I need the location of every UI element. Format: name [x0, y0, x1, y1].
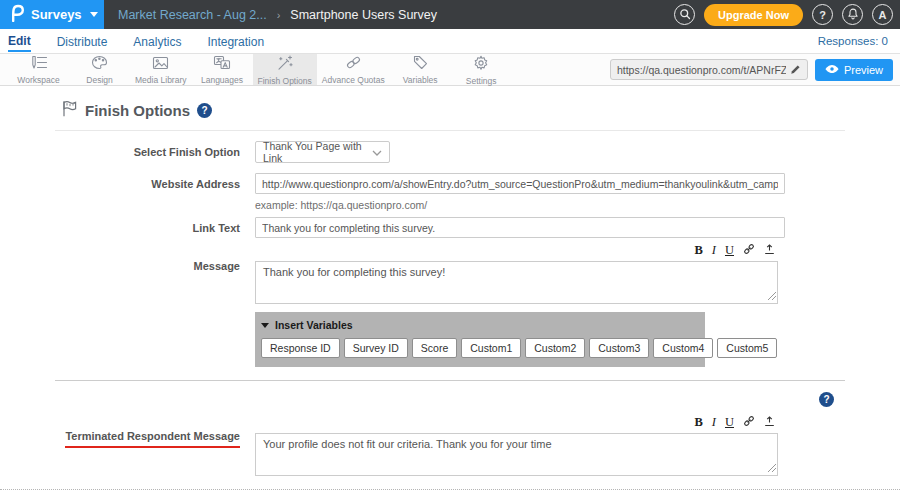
terminated-message-textarea[interactable]: Your profile does not fit our criteria. …	[255, 433, 778, 476]
help-button[interactable]: ?	[812, 4, 833, 25]
insert-variables-toggle[interactable]: Insert Variables	[261, 319, 699, 331]
search-icon	[679, 8, 691, 22]
terminated-help-button[interactable]: ?	[819, 392, 834, 407]
chevron-down-icon	[372, 146, 382, 158]
ribbon-item-languages[interactable]: Languages	[192, 54, 253, 85]
website-address-row: Website Address	[55, 173, 845, 194]
palette-icon	[91, 55, 108, 74]
chain-link-icon	[345, 55, 362, 74]
terminated-message-row: Terminated Respondent Message B I U	[55, 413, 845, 480]
upload-image-icon[interactable]	[764, 413, 775, 431]
edit-ribbon: Workspace Design Media Library	[0, 54, 900, 86]
breadcrumb-survey-name: Smartphone Users Survey	[290, 8, 437, 22]
tab-distribute[interactable]: Distribute	[57, 31, 108, 51]
top-header: Surveys Market Research - Aug 2... › Sma…	[0, 0, 900, 29]
message-editor-toolbar: B I U	[255, 241, 778, 261]
magic-wand-icon	[277, 55, 293, 75]
variable-custom3-button[interactable]: Custom3	[589, 338, 649, 358]
workspace-icon	[30, 55, 48, 74]
insert-variables-panel: Insert Variables Response ID Survey ID S…	[255, 312, 705, 367]
ribbon-item-advance-quotas[interactable]: Advance Quotas	[317, 54, 390, 85]
italic-button[interactable]: I	[712, 416, 716, 429]
link-text-row: Link Text	[55, 217, 845, 238]
message-label: Message	[55, 241, 240, 367]
variable-survey-id-button[interactable]: Survey ID	[344, 338, 408, 358]
bottom-dotted-divider	[0, 489, 900, 490]
variable-buttons: Response ID Survey ID Score Custom1 Cust…	[261, 338, 699, 358]
bold-button[interactable]: B	[694, 244, 702, 257]
terminated-message-label: Terminated Respondent Message	[55, 413, 240, 480]
notifications-button[interactable]	[842, 4, 863, 25]
finish-option-row: Select Finish Option Thank You Page with…	[55, 141, 845, 163]
survey-url-input[interactable]	[617, 64, 786, 76]
variable-custom2-button[interactable]: Custom2	[525, 338, 585, 358]
upload-image-icon[interactable]	[764, 241, 775, 259]
preview-button[interactable]: Preview	[815, 59, 893, 81]
terminated-help-row: ?	[55, 381, 845, 413]
message-row: Message B I U	[55, 241, 845, 367]
ribbon-item-finish-options[interactable]: Finish Options	[253, 54, 317, 85]
finish-options-help-button[interactable]: ?	[197, 103, 212, 118]
finish-option-label: Select Finish Option	[55, 141, 240, 163]
bold-button[interactable]: B	[694, 416, 702, 429]
insert-link-icon[interactable]	[743, 241, 755, 259]
edit-pencil-icon[interactable]	[790, 61, 801, 79]
underline-button[interactable]: U	[725, 244, 734, 257]
terminated-textarea-wrap: Your profile does not fit our criteria. …	[255, 433, 778, 480]
chevron-down-icon	[90, 12, 98, 17]
ribbon-item-media-library[interactable]: Media Library	[130, 54, 192, 85]
main-nav: Edit Distribute Analytics Integration Re…	[0, 29, 900, 54]
translate-icon	[213, 55, 231, 74]
breadcrumb-separator-icon: ›	[277, 9, 281, 21]
product-name: Surveys	[31, 7, 82, 22]
ribbon-item-design[interactable]: Design	[69, 54, 130, 85]
website-address-label: Website Address	[55, 173, 240, 194]
finish-flag-icon	[61, 100, 78, 121]
terminated-editor-toolbar: B I U	[255, 413, 778, 433]
ribbon-right: Preview	[610, 54, 900, 85]
tab-integration[interactable]: Integration	[207, 31, 264, 51]
eye-icon	[825, 64, 839, 76]
search-button[interactable]	[674, 4, 695, 25]
link-text-input[interactable]	[255, 217, 785, 238]
responses-count[interactable]: Responses: 0	[818, 35, 888, 47]
upgrade-now-button[interactable]: Upgrade Now	[704, 4, 803, 26]
insert-link-icon[interactable]	[743, 413, 755, 431]
caret-down-icon	[261, 323, 269, 328]
italic-button[interactable]: I	[712, 244, 716, 257]
tab-analytics[interactable]: Analytics	[133, 31, 181, 51]
finish-options-panel: Finish Options ? Select Finish Option Th…	[55, 86, 845, 492]
page-header: Finish Options ?	[55, 86, 845, 131]
questionpro-logo	[10, 4, 24, 26]
header-actions: Upgrade Now ? A	[674, 0, 900, 29]
finish-option-select[interactable]: Thank You Page with Link	[255, 141, 390, 163]
website-address-input[interactable]	[255, 173, 785, 194]
variable-custom1-button[interactable]: Custom1	[461, 338, 521, 358]
tab-edit[interactable]: Edit	[8, 30, 31, 52]
underline-button[interactable]: U	[725, 416, 734, 429]
variable-custom5-button[interactable]: Custom5	[717, 338, 777, 358]
avatar[interactable]: A	[872, 4, 893, 25]
ribbon-item-variables[interactable]: Variables	[390, 54, 451, 85]
breadcrumb-folder[interactable]: Market Research - Aug 2...	[118, 8, 267, 22]
ribbon-item-workspace[interactable]: Workspace	[8, 54, 69, 85]
variable-score-button[interactable]: Score	[412, 338, 457, 358]
survey-url-box	[610, 59, 808, 80]
surveys-menu[interactable]: Surveys	[0, 0, 104, 29]
bell-icon	[847, 8, 859, 22]
message-textarea[interactable]: Thank you for completing this survey!	[255, 261, 778, 304]
link-text-label: Link Text	[55, 217, 240, 238]
tag-icon	[413, 55, 428, 74]
variable-custom4-button[interactable]: Custom4	[653, 338, 713, 358]
ribbon-item-settings[interactable]: Settings	[451, 54, 512, 85]
breadcrumb: Market Research - Aug 2... › Smartphone …	[118, 0, 437, 29]
website-address-example: example: https://qa.questionpro.com/	[255, 199, 845, 211]
gear-icon	[473, 55, 489, 75]
message-textarea-wrap: Thank you for completing this survey!	[255, 261, 778, 308]
variable-response-id-button[interactable]: Response ID	[261, 338, 340, 358]
page-title: Finish Options	[85, 102, 190, 119]
image-icon	[152, 56, 169, 74]
